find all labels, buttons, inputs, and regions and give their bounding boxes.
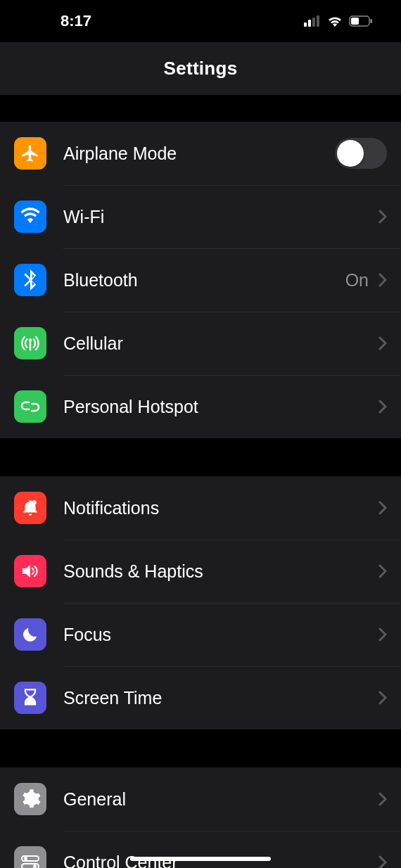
section-gap [0,95,401,122]
hourglass-icon [14,682,46,714]
chevron-right-icon [378,501,387,515]
status-bar: 8:17 [0,0,401,42]
row-label: Airplane Mode [63,143,335,164]
svg-point-7 [32,500,36,505]
antenna-icon [14,327,46,359]
svg-rect-6 [371,19,373,23]
row-sounds-haptics[interactable]: Sounds & Haptics [0,540,401,603]
airplane-icon [14,137,46,170]
cellular-signal-icon [304,15,321,27]
chevron-right-icon [378,564,387,578]
link-icon [14,390,46,423]
settings-group-connectivity: Airplane Mode Wi-Fi Bluetooth On Cellula… [0,122,401,438]
svg-rect-1 [308,20,311,27]
section-gap [0,438,401,476]
svg-point-11 [33,864,37,868]
gear-icon [14,783,46,815]
speaker-icon [14,555,46,587]
row-label: Notifications [63,498,378,518]
home-indicator[interactable] [130,857,271,861]
svg-rect-2 [312,18,315,27]
chevron-right-icon [378,210,387,224]
settings-group-alerts: Notifications Sounds & Haptics Focus Scr… [0,476,401,729]
row-cellular[interactable]: Cellular [0,312,401,375]
chevron-right-icon [378,273,387,287]
settings-group-system: General Control Center [0,767,401,868]
row-label: Focus [63,625,378,645]
section-gap [0,729,401,767]
chevron-right-icon [378,400,387,414]
chevron-right-icon [378,627,387,642]
status-time: 8:17 [28,12,91,30]
row-general[interactable]: General [0,767,401,831]
airplane-toggle[interactable] [335,138,387,169]
wifi-icon [14,200,46,233]
row-personal-hotspot[interactable]: Personal Hotspot [0,375,401,438]
svg-rect-3 [317,15,319,27]
row-label: Personal Hotspot [63,397,378,417]
row-label: Cellular [63,333,378,354]
row-screen-time[interactable]: Screen Time [0,666,401,729]
row-label: Sounds & Haptics [63,561,378,582]
battery-icon [349,15,373,27]
row-bluetooth[interactable]: Bluetooth On [0,248,401,312]
row-label: Screen Time [63,688,378,708]
toggle-knob [337,140,364,167]
moon-icon [14,618,46,651]
row-airplane-mode[interactable]: Airplane Mode [0,122,401,185]
chevron-right-icon [378,691,387,705]
row-label: Bluetooth [63,270,345,291]
chevron-right-icon [378,336,387,350]
chevron-right-icon [378,792,387,806]
row-wifi[interactable]: Wi-Fi [0,185,401,248]
chevron-right-icon [378,855,387,868]
wifi-status-icon [326,15,343,27]
header: Settings [0,42,401,95]
svg-point-9 [24,857,27,860]
svg-rect-5 [351,18,359,25]
row-notifications[interactable]: Notifications [0,476,401,540]
row-label: Wi-Fi [63,207,378,227]
bluetooth-icon [14,264,46,296]
svg-rect-0 [304,23,307,27]
bell-icon [14,492,46,524]
row-focus[interactable]: Focus [0,603,401,666]
row-label: General [63,789,378,810]
status-icons [304,15,373,27]
page-title: Settings [164,58,238,79]
sliders-icon [14,846,46,868]
row-control-center[interactable]: Control Center [0,831,401,868]
row-value: On [345,270,369,291]
